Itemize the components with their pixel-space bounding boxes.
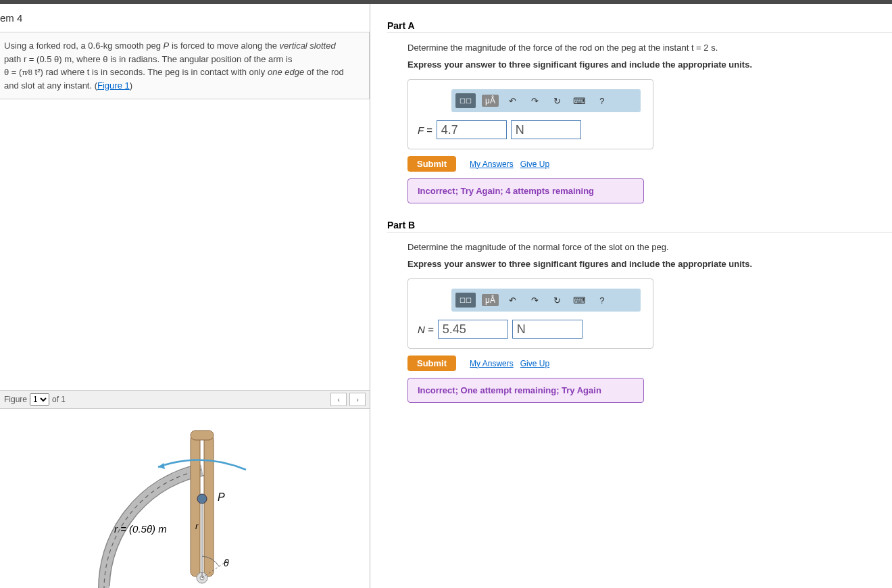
part-a-feedback: Incorrect; Try Again; 4 attempts remaini… bbox=[407, 178, 644, 203]
figure-count: of 1 bbox=[52, 395, 66, 404]
redo-icon[interactable]: ↷ bbox=[527, 293, 543, 308]
templates-icon[interactable]: ☐☐ bbox=[455, 93, 476, 108]
part-b-give-up-link[interactable]: Give Up bbox=[520, 359, 549, 368]
svg-text:r = (0.5θ) m: r = (0.5θ) m bbox=[114, 523, 167, 535]
part-b-question: Determine the magnitude of the normal fo… bbox=[407, 242, 892, 252]
svg-rect-0 bbox=[191, 435, 200, 577]
svg-rect-2 bbox=[191, 431, 214, 440]
part-b-toolbar: ☐☐ μÅ ↶ ↷ ↻ ⌨ ? bbox=[451, 289, 641, 312]
undo-icon[interactable]: ↶ bbox=[505, 93, 521, 108]
units-button[interactable]: μÅ bbox=[482, 294, 499, 306]
help-icon[interactable]: ? bbox=[594, 293, 610, 308]
part-b-unit-input[interactable]: N bbox=[512, 320, 583, 339]
part-a-submit-button[interactable]: Submit bbox=[407, 156, 456, 172]
part-a-header: Part A bbox=[387, 20, 892, 33]
part-b-var-label: N = bbox=[418, 324, 434, 335]
part-a-my-answers-link[interactable]: My Answers bbox=[470, 160, 514, 169]
templates-icon[interactable]: ☐☐ bbox=[455, 293, 476, 308]
figure-prev-button[interactable]: ‹ bbox=[330, 393, 347, 406]
keyboard-icon[interactable]: ⌨ bbox=[572, 293, 588, 308]
part-b-value-input[interactable] bbox=[438, 320, 508, 339]
help-icon[interactable]: ? bbox=[594, 93, 610, 108]
part-a-question: Determine the magnitude of the force of … bbox=[407, 43, 892, 53]
part-b-header: Part B bbox=[387, 220, 892, 232]
part-b-feedback: Incorrect; One attempt remaining; Try Ag… bbox=[407, 378, 644, 403]
svg-rect-1 bbox=[204, 435, 214, 577]
units-button[interactable]: μÅ bbox=[482, 95, 499, 107]
figure-link[interactable]: Figure 1 bbox=[97, 80, 130, 91]
reset-icon[interactable]: ↻ bbox=[549, 293, 566, 308]
part-a-unit-input[interactable]: N bbox=[511, 120, 581, 139]
figure-select[interactable]: 1 bbox=[30, 393, 49, 406]
part-b-my-answers-link[interactable]: My Answers bbox=[470, 359, 514, 368]
redo-icon[interactable]: ↷ bbox=[527, 93, 543, 108]
keyboard-icon[interactable]: ⌨ bbox=[572, 93, 588, 108]
svg-text:θ: θ bbox=[224, 558, 229, 568]
undo-icon[interactable]: ↶ bbox=[505, 293, 521, 308]
svg-text:P: P bbox=[218, 491, 225, 503]
problem-description: Using a forked rod, a 0.6-kg smooth peg … bbox=[0, 32, 370, 99]
figure-toolbar: Figure 1 of 1 ‹ › bbox=[0, 390, 370, 409]
part-b-answer-box: ☐☐ μÅ ↶ ↷ ↻ ⌨ ? N = N bbox=[407, 278, 653, 349]
part-b-submit-button[interactable]: Submit bbox=[407, 356, 456, 371]
part-a-give-up-link[interactable]: Give Up bbox=[520, 160, 549, 169]
svg-point-5 bbox=[197, 494, 207, 504]
part-a-instruction: Express your answer to three significant… bbox=[407, 59, 892, 70]
part-a-answer-box: ☐☐ μÅ ↶ ↷ ↻ ⌨ ? F = N bbox=[407, 79, 653, 149]
figure-label: Figure bbox=[4, 395, 27, 404]
svg-text:r: r bbox=[195, 521, 199, 531]
figure-image: P θ r r = (0.5θ) m bbox=[0, 409, 370, 588]
problem-title: em 4 bbox=[0, 4, 370, 32]
part-a-value-input[interactable] bbox=[437, 120, 507, 139]
reset-icon[interactable]: ↻ bbox=[549, 93, 566, 108]
part-a-toolbar: ☐☐ μÅ ↶ ↷ ↻ ⌨ ? bbox=[451, 89, 641, 112]
part-a-var-label: F = bbox=[418, 124, 432, 136]
figure-next-button[interactable]: › bbox=[349, 393, 366, 406]
part-b-instruction: Express your answer to three significant… bbox=[407, 259, 892, 269]
